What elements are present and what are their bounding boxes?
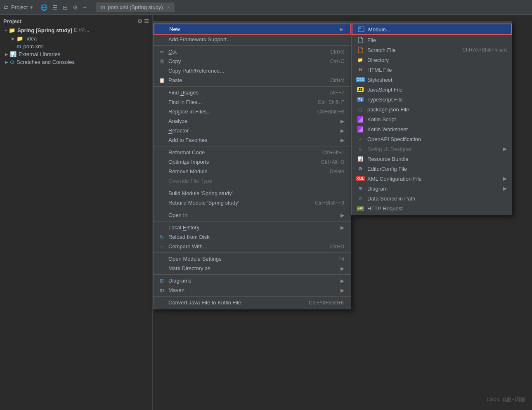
menu-item-maven[interactable]: m Maven ▶ [154,285,351,295]
menu-item-mark-directory[interactable]: Mark Directory as ▶ [154,264,351,273]
menu-item-remove-module[interactable]: Remove Module Delete [154,167,351,176]
submenu-item-openapi[interactable]: ✓ OpenAPI Specification [352,134,512,144]
stylesheet-icon: CSS [357,76,364,83]
menu-item-add-favorites[interactable]: Add to Favorites ▶ [154,135,351,145]
javascript-icon: JS [357,86,364,93]
menu-item-open-module-settings[interactable]: Open Module Settings F4 [154,254,351,264]
menu-sep-8 [154,274,351,275]
context-menu: New ▶ Add Framework Support... ✂ Cut Ctr… [153,21,351,309]
datasource-icon: ⊜ [357,195,364,202]
menu-item-rebuild-module[interactable]: Rebuild Module 'Spring study' Ctrl+Shift… [154,198,351,207]
typescript-icon: TS [357,96,364,103]
maven-arrow-icon: ▶ [340,287,344,293]
menu-sep-5 [154,209,351,209]
mark-dir-arrow-icon: ▶ [340,266,344,271]
refactor-arrow-icon: ▶ [340,128,344,134]
xml-config-arrow-icon: ▶ [503,176,507,181]
submenu-item-file[interactable]: File [352,35,512,45]
submenu-item-package-json[interactable]: { } package.json File [352,104,512,114]
analyze-arrow-icon: ▶ [340,118,344,124]
menu-item-copy[interactable]: ⎘ Copy Ctrl+C [154,57,351,66]
module-icon [357,26,365,33]
file-icon [357,37,364,43]
menu-item-new[interactable]: New ▶ [154,24,351,35]
menu-item-replace-files[interactable]: Replace in Files... Ctrl+Shift+R [154,107,351,116]
openapi-icon: ✓ [357,136,364,142]
menu-sep-3 [154,146,351,146]
menu-sep-1 [154,45,351,46]
cut-icon: ✂ [158,49,165,55]
menu-item-find-usages[interactable]: Find Usages Alt+F7 [154,88,351,97]
html-file-icon: H [357,66,364,73]
directory-icon: 📁 [357,57,364,63]
menu-sep-9 [154,296,351,297]
diagrams-arrow-icon: ▶ [340,278,344,284]
menu-item-diagrams[interactable]: ⊞ Diagrams ▶ [154,276,351,285]
package-json-icon: { } [357,106,364,113]
menu-item-find-files[interactable]: Find in Files... Ctrl+Shift+F [154,97,351,107]
submenu-item-html[interactable]: H HTML File [352,65,512,75]
reload-icon: ↻ [158,234,165,240]
menu-overlay: New ▶ Add Framework Support... ✂ Cut Ctr… [0,0,532,410]
submenu-item-resource-bundle[interactable]: 📊 Resource Bundle [352,154,512,164]
menu-item-override-file: Override File Type [154,176,351,186]
submenu-item-stylesheet[interactable]: CSS Stylesheet [352,75,512,85]
menu-item-refactor[interactable]: Refactor ▶ [154,126,351,135]
editorconfig-icon: ⚙ [357,165,364,172]
menu-item-local-history[interactable]: Local History ▶ [154,223,351,232]
swing-ui-icon: ⊡ [357,146,364,152]
submenu-item-diagram[interactable]: ⊞ Diagram ▶ [352,184,512,193]
submenu-item-datasource[interactable]: ⊜ Data Source in Path [352,193,512,203]
copy-icon: ⎘ [158,59,165,64]
new-arrow-icon: ▶ [340,26,343,32]
paste-icon: 📋 [158,78,165,83]
menu-item-convert-java[interactable]: Convert Java File to Kotlin File Ctrl+Al… [154,298,351,307]
diagram-arrow-icon: ▶ [503,186,507,191]
menu-item-open-in[interactable]: Open In ▶ [154,210,351,220]
submenu-item-javascript[interactable]: JS JavaScript File [352,85,512,94]
maven-icon: m [158,287,165,293]
kotlin-script-icon [357,116,364,123]
submenu-item-kotlin-script[interactable]: Kotlin Script [352,114,512,124]
submenu-item-http-request[interactable]: API HTTP Request [352,203,512,213]
submenu-new: Module... File Scratch File Ctrl+Alt+Shi… [351,21,512,215]
submenu-item-editorconfig[interactable]: ⚙ EditorConfig File [352,164,512,174]
submenu-item-directory[interactable]: 📁 Directory [352,55,512,65]
open-in-arrow-icon: ▶ [340,212,344,218]
scratch-file-icon [357,47,364,53]
menu-item-paste[interactable]: 📋 Paste Ctrl+V [154,75,351,85]
menu-item-cut[interactable]: ✂ Cut Ctrl+X [154,47,351,57]
diagram-icon: ⊞ [357,185,364,192]
menu-item-add-framework[interactable]: Add Framework Support... [154,35,351,44]
diagrams-icon: ⊞ [158,278,165,284]
compare-icon: ↔ [158,244,165,250]
menu-sep-6 [154,221,351,221]
submenu-item-xml-config[interactable]: XML XML Configuration File ▶ [352,174,512,184]
favorites-arrow-icon: ▶ [340,137,344,143]
resource-bundle-icon: 📊 [357,156,364,162]
menu-item-optimize-imports[interactable]: Optimize Imports Ctrl+Alt+O [154,157,351,167]
menu-item-copy-path[interactable]: Copy Path/Reference... [154,66,351,75]
submenu-item-module[interactable]: Module... [352,24,512,35]
menu-item-reformat[interactable]: Reformat Code Ctrl+Alt+L [154,148,351,157]
svg-rect-1 [359,28,361,29]
menu-sep-7 [154,252,351,253]
local-history-arrow-icon: ▶ [340,225,344,231]
menu-sep-2 [154,86,351,87]
menu-item-compare-with[interactable]: ↔ Compare With... Ctrl+D [154,242,351,251]
menu-sep-4 [154,187,351,187]
submenu-item-kotlin-worksheet[interactable]: Kotlin Worksheet [352,124,512,134]
submenu-item-swing-ui: ⊡ Swing UI Designer ▶ [352,144,512,154]
menu-item-analyze[interactable]: Analyze ▶ [154,116,351,126]
submenu-item-scratch-file[interactable]: Scratch File Ctrl+Alt+Shift+Insert [352,45,512,55]
kotlin-worksheet-icon [357,126,364,132]
xml-config-icon: XML [357,175,364,182]
menu-item-build-module[interactable]: Build Module 'Spring study' [154,189,351,198]
http-request-icon: API [357,205,364,212]
menu-item-reload-disk[interactable]: ↻ Reload from Disk [154,232,351,242]
swing-arrow-icon: ▶ [503,146,507,152]
submenu-item-typescript[interactable]: TS TypeScript File [352,94,512,104]
